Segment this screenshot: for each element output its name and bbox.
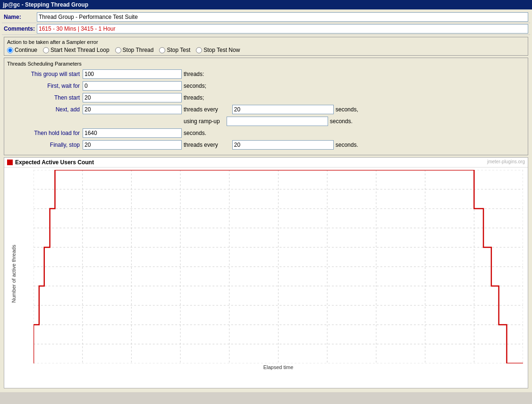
comments-label: Comments: <box>4 25 37 32</box>
radio-stop-thread-input[interactable] <box>115 47 121 53</box>
radio-start-next-loop-input[interactable] <box>43 47 49 53</box>
param-unit-hold: seconds. <box>184 130 206 136</box>
jmeter-credit: jmeter-plugins.org <box>487 159 525 164</box>
param-input-then-start[interactable] <box>83 93 182 102</box>
param-row-hold: Then hold load for seconds. <box>7 128 525 138</box>
radio-continue[interactable]: Continue <box>7 47 37 53</box>
param-label-next-add: Next, add <box>7 106 83 113</box>
param-unit-finally: threads every <box>184 142 218 148</box>
radio-stop-thread-label: Stop Thread <box>123 47 154 53</box>
x-axis-label: Elapsed time <box>34 364 523 370</box>
name-row: Name: <box>2 11 530 23</box>
radio-start-next-loop[interactable]: Start Next Thread Loop <box>43 47 110 53</box>
param-label-ramp-up: using ramp-up <box>184 118 220 125</box>
chart-title-bar: Expected Active Users Count jmeter-plugi… <box>4 158 528 168</box>
param-input-finally[interactable] <box>83 140 182 150</box>
param-unit-wait: seconds; <box>184 83 206 89</box>
param-unit-finally-seconds: seconds. <box>336 142 358 148</box>
chart-container: Expected Active Users Count jmeter-plugi… <box>4 157 528 388</box>
param-label-start: This group will start <box>7 71 83 77</box>
radio-stop-test-label: Stop Test <box>167 47 190 53</box>
comments-row: Comments: <box>2 23 530 35</box>
param-input-next-add[interactable] <box>83 105 182 114</box>
param-row-ramp-up: using ramp-up seconds. <box>7 117 525 126</box>
param-unit-seconds-comma: seconds, <box>336 106 358 113</box>
param-label-wait: First, wait for <box>7 83 83 89</box>
chart-legend-dot <box>7 160 13 165</box>
radio-group: Continue Start Next Thread Loop Stop Thr… <box>7 47 525 53</box>
param-input-finally-every[interactable] <box>232 140 334 150</box>
param-label-finally: Finally, stop <box>7 142 83 148</box>
radio-stop-test-input[interactable] <box>159 47 165 53</box>
param-unit-start: threads: <box>184 71 204 77</box>
param-input-threads-every[interactable] <box>232 105 334 114</box>
title-bar: jp@gc - Stepping Thread Group <box>0 0 532 9</box>
param-unit-then-start: threads; <box>184 94 204 101</box>
error-action-title: Action to be taken after a Sampler error <box>7 39 525 45</box>
title-text: jp@gc - Stepping Thread Group <box>3 1 88 8</box>
param-label-then-start: Then start <box>7 94 83 101</box>
y-axis-label: Number of active threads <box>11 172 17 375</box>
chart-svg: 0 10 20 30 40 50 60 70 80 90 100 00:00:0… <box>34 170 523 363</box>
param-input-start[interactable] <box>83 69 182 79</box>
radio-stop-thread[interactable]: Stop Thread <box>115 47 154 53</box>
param-input-wait[interactable] <box>83 81 182 91</box>
param-unit-next-add: threads every <box>184 106 218 113</box>
chart-title-text: Expected Active Users Count <box>15 159 94 166</box>
error-action-box: Action to be taken after a Sampler error… <box>4 37 528 56</box>
param-label-hold: Then hold load for <box>7 130 83 136</box>
comments-input[interactable] <box>37 24 528 34</box>
param-row-wait: First, wait for seconds; <box>7 81 525 91</box>
radio-stop-test-now[interactable]: Stop Test Now <box>196 47 240 53</box>
radio-stop-test-now-label: Stop Test Now <box>203 47 240 53</box>
main-container: Name: Comments: Action to be taken after… <box>0 9 532 392</box>
param-row-next-add: Next, add threads every seconds, <box>7 105 525 114</box>
threads-box: Threads Scheduling Parameters This group… <box>4 58 528 155</box>
param-unit-ramp-up: seconds. <box>330 118 353 125</box>
param-input-ramp-up[interactable] <box>227 117 328 126</box>
param-row-finally: Finally, stop threads every seconds. <box>7 140 525 150</box>
param-input-hold[interactable] <box>83 128 182 138</box>
radio-stop-test-now-input[interactable] <box>196 47 202 53</box>
radio-stop-test[interactable]: Stop Test <box>159 47 190 53</box>
name-label: Name: <box>4 14 37 20</box>
radio-start-next-loop-label: Start Next Thread Loop <box>51 47 110 53</box>
name-input[interactable] <box>37 12 528 22</box>
radio-continue-label: Continue <box>15 47 37 53</box>
radio-continue-input[interactable] <box>7 47 13 53</box>
param-row-then-start: Then start threads; <box>7 93 525 102</box>
threads-title: Threads Scheduling Parameters <box>7 61 525 67</box>
param-row-start: This group will start threads: <box>7 69 525 79</box>
